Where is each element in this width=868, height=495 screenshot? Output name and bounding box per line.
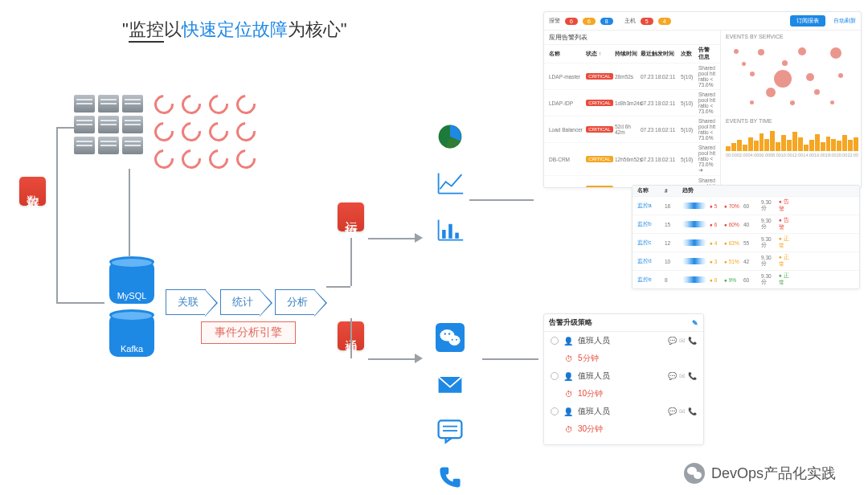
grid-row[interactable]: 监控b15 ● 6● 60% 409.30 分● 告警: [633, 215, 859, 234]
sms-icon: [434, 415, 466, 447]
connector: [326, 286, 350, 288]
footer-brand: DevOps产品化实践: [684, 463, 836, 484]
wechat-icon: [434, 321, 466, 354]
connector: [368, 358, 416, 360]
svg-rect-1: [442, 230, 446, 239]
connector: [56, 302, 104, 304]
server-cluster: [74, 95, 259, 172]
connector: [129, 169, 130, 257]
svg-rect-12: [439, 420, 462, 438]
connector: [350, 238, 352, 286]
pipe-correlate: 关联: [166, 289, 206, 315]
pipe-analyze: 分析: [275, 289, 315, 315]
svg-rect-3: [455, 233, 459, 239]
svg-point-9: [452, 339, 453, 341]
svg-point-10: [456, 339, 457, 341]
spark-bars: [726, 129, 858, 151]
svg-point-7: [444, 333, 446, 334]
section-title: 应用告警列表: [544, 31, 720, 45]
dashboard-panel: 报警 6 6 8 主机 5 4 订阅报表 自动刷新 应用告警列表 名称状态 ↑持…: [543, 11, 862, 188]
phone-icon: 📞: [688, 337, 697, 345]
person-icon: 👤: [563, 337, 573, 346]
grid-row[interactable]: 监控e8 ● 8● 9% 609.30 分● 正常: [633, 271, 859, 289]
arrowhead-icon: [415, 354, 423, 363]
connector: [368, 238, 416, 239]
grid-row[interactable]: 监控c12 ● 4● 63% 559.30 分● 正常: [633, 234, 859, 252]
tag-collect: 数据采集: [19, 177, 46, 206]
connector: [56, 127, 58, 302]
engine-label: 事件分析引擎: [201, 321, 296, 344]
piechart-icon: [434, 121, 466, 153]
wechat-logo-icon: [684, 463, 705, 484]
table-row[interactable]: LDAP-IDPCRITICAL1d8h3m24s07.23 18:02:115…: [544, 90, 720, 117]
connector: [482, 358, 538, 360]
connector: [56, 127, 74, 129]
edit-icon[interactable]: ✎: [692, 319, 698, 327]
pipeline: 关联 统计 分析: [166, 289, 330, 315]
db-kafka: Kafka: [109, 315, 154, 357]
pipe-stats: 统计: [220, 289, 260, 315]
connector: [350, 318, 352, 358]
connector: [469, 199, 534, 201]
arrowhead-icon: [415, 233, 423, 243]
svg-point-8: [448, 333, 450, 334]
linechart-icon: [434, 167, 466, 199]
chat-icon: 💬: [668, 337, 677, 345]
table-row[interactable]: Load BalancerCRITICAL52d 6h 42m07.23 18:…: [544, 117, 720, 143]
barchart-icon: [434, 214, 466, 246]
headline: "监控以快速定位故障为核心": [122, 18, 347, 42]
dash-tabs[interactable]: 报警 6 6 8 主机 5 4 订阅报表 自动刷新: [544, 12, 861, 31]
phone-icon: [434, 461, 466, 493]
bubble-chart: [726, 43, 858, 115]
escalation-panel: 告警升级策略 ✎ 👤值班人员💬✉📞 ⏱5分钟 👤值班人员💬✉📞 ⏱10分钟 👤值…: [543, 313, 704, 445]
svg-rect-2: [448, 224, 452, 239]
grid-row[interactable]: 监控d10 ● 3● 51% 429.30 分● 正常: [633, 252, 859, 271]
db-mysql: MySQL: [109, 262, 154, 304]
notify-icons: [434, 321, 466, 493]
mail-icon: ✉: [679, 337, 686, 345]
grid-row[interactable]: 监控a18 ● 5● 70% 609.30 分● 告警: [633, 197, 859, 215]
subscribe-button[interactable]: 订阅报表: [790, 15, 825, 27]
table-row[interactable]: LDAP-masterCRITICAL28m52s07.23 18:02:115…: [544, 63, 720, 90]
metrics-grid-panel: 名称#趋势 监控a18 ● 5● 70% 609.30 分● 告警 监控b15 …: [632, 185, 860, 289]
table-row[interactable]: DB-CRMCRITICAL12h56m52s07.23 18:02:115(1…: [544, 143, 720, 176]
report-icons: [434, 121, 466, 246]
svg-point-6: [448, 335, 460, 346]
tag-report: 运行报表: [338, 202, 364, 231]
email-icon: [434, 368, 466, 400]
